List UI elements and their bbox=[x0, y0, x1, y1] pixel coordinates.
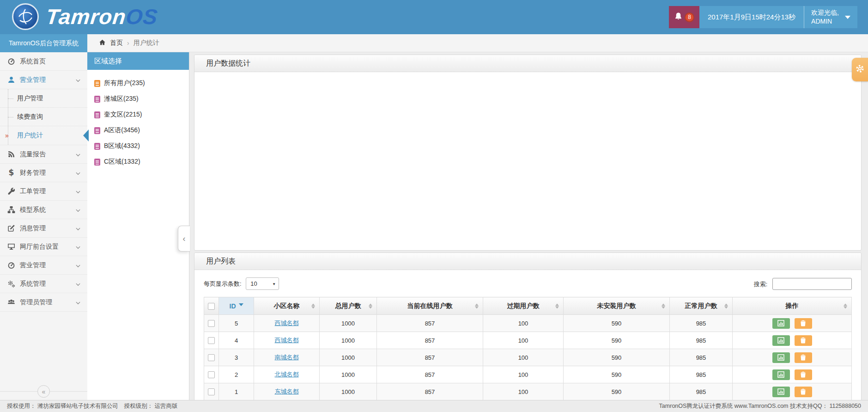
row-checkbox[interactable] bbox=[208, 388, 215, 395]
list-icon bbox=[94, 111, 100, 118]
bell-icon bbox=[674, 12, 683, 23]
row-checkbox[interactable] bbox=[208, 320, 215, 327]
region-collapse-button[interactable]: ‹ bbox=[178, 226, 190, 252]
row-checkbox[interactable] bbox=[208, 354, 215, 361]
sidebar-item[interactable]: 模型系统 bbox=[0, 201, 87, 219]
row-checkbox[interactable] bbox=[208, 337, 215, 344]
region-item-label: B区域(4332) bbox=[104, 142, 140, 150]
cell-actions bbox=[733, 349, 852, 366]
settings-tab-button[interactable] bbox=[852, 58, 868, 81]
delete-button[interactable] bbox=[795, 335, 812, 346]
cell-expired: 100 bbox=[483, 349, 564, 366]
chart-area bbox=[194, 72, 861, 250]
region-item[interactable]: 所有用户(235) bbox=[87, 75, 189, 91]
search-input[interactable] bbox=[772, 278, 852, 290]
column-header[interactable]: 当前在线用户数 bbox=[377, 297, 483, 315]
chevron-down-icon bbox=[75, 281, 81, 287]
dashboard-icon bbox=[6, 57, 16, 66]
chart-button[interactable] bbox=[772, 352, 790, 363]
delete-button[interactable] bbox=[795, 318, 812, 329]
bar-chart-icon bbox=[777, 354, 784, 361]
community-link[interactable]: 东城名都 bbox=[275, 388, 299, 395]
page-size-select[interactable]: 10 bbox=[246, 277, 279, 290]
sidebar-subitem-label: 续费查询 bbox=[17, 113, 43, 121]
row-checkbox[interactable] bbox=[208, 371, 215, 378]
sidebar-item[interactable]: 工单管理 bbox=[0, 182, 87, 201]
welcome-text: 欢迎光临, bbox=[811, 8, 839, 17]
column-header[interactable]: ID bbox=[219, 297, 254, 315]
page-size-label: 每页显示条数: bbox=[204, 280, 242, 287]
chevron-down-icon bbox=[75, 263, 81, 268]
cell-total: 1000 bbox=[320, 366, 377, 383]
chevron-down-icon bbox=[75, 244, 81, 250]
delete-button[interactable] bbox=[795, 387, 812, 397]
chart-button[interactable] bbox=[772, 387, 790, 397]
cell-id: 2 bbox=[219, 366, 254, 383]
sidebar-collapse-button[interactable]: « bbox=[37, 385, 50, 398]
region-item-label: 所有用户(235) bbox=[104, 79, 145, 87]
sidebar-subitem[interactable]: »用户统计 bbox=[0, 126, 87, 145]
cell-name: 北城名都 bbox=[254, 366, 320, 383]
cell-name: 东城名都 bbox=[254, 383, 320, 400]
sidebar-item[interactable]: $财务管理 bbox=[0, 164, 87, 182]
region-item[interactable]: B区域(4332) bbox=[87, 138, 189, 154]
breadcrumb-current: 用户统计 bbox=[134, 39, 159, 47]
chevron-down-icon bbox=[75, 226, 81, 231]
list-icon bbox=[94, 96, 100, 103]
trash-icon bbox=[800, 388, 806, 395]
user-menu[interactable]: 欢迎光临, ADMIN bbox=[804, 6, 857, 28]
delete-button[interactable] bbox=[795, 352, 812, 363]
region-item[interactable]: 潍城区(235) bbox=[87, 91, 189, 107]
users-icon bbox=[6, 298, 16, 307]
column-header[interactable]: 未安装用户数 bbox=[564, 297, 670, 315]
sidebar-item[interactable]: 系统管理 bbox=[0, 275, 87, 293]
logo-text: TamronOS bbox=[45, 3, 159, 30]
chevron-down-icon bbox=[75, 189, 81, 194]
region-item-label: C区域(1332) bbox=[104, 158, 140, 166]
table-row: 4西城名都1000857100590985 bbox=[204, 332, 852, 349]
sidebar-item[interactable]: 营业管理 bbox=[0, 256, 87, 275]
cell-total: 1000 bbox=[320, 315, 377, 332]
chart-button[interactable] bbox=[772, 369, 790, 380]
list-icon bbox=[94, 159, 100, 166]
community-link[interactable]: 北城名都 bbox=[275, 371, 299, 378]
column-header[interactable]: 操作 bbox=[733, 297, 852, 315]
breadcrumb-home[interactable]: 首页 bbox=[110, 39, 123, 47]
region-item[interactable]: C区域(1332) bbox=[87, 154, 189, 170]
sidebar-subitem[interactable]: »用户管理 bbox=[0, 89, 87, 108]
column-header[interactable]: 正常用户数 bbox=[670, 297, 733, 315]
sidebar-subitem[interactable]: »续费查询 bbox=[0, 108, 87, 126]
chart-button[interactable] bbox=[772, 318, 790, 329]
community-link[interactable]: 西城名都 bbox=[275, 337, 299, 344]
app-title: TamronOS后台管理系统 bbox=[0, 34, 87, 52]
sidebar-item[interactable]: 营业管理 bbox=[0, 71, 87, 89]
region-item[interactable]: A区语(3456) bbox=[87, 123, 189, 138]
sidebar-item[interactable]: 网厅前台设置 bbox=[0, 238, 87, 256]
cell-actions bbox=[733, 332, 852, 349]
sort-desc-icon bbox=[239, 303, 243, 306]
chevron-down-icon bbox=[75, 77, 81, 83]
notifications-button[interactable]: 8 bbox=[669, 6, 699, 28]
delete-button[interactable] bbox=[795, 369, 812, 380]
column-header[interactable]: 过期用户数 bbox=[483, 297, 564, 315]
select-all-checkbox[interactable] bbox=[208, 303, 215, 310]
cell-total: 1000 bbox=[320, 332, 377, 349]
region-item[interactable]: 奎文区(2215) bbox=[87, 107, 189, 123]
chart-button[interactable] bbox=[772, 335, 790, 346]
community-link[interactable]: 南城名都 bbox=[275, 354, 299, 361]
cell-normal: 985 bbox=[670, 366, 733, 383]
sidebar-item[interactable]: 管理员管理 bbox=[0, 293, 87, 312]
logo: TamronOS bbox=[12, 3, 158, 30]
column-header[interactable]: 总用户数 bbox=[320, 297, 377, 315]
sidebar-item[interactable]: 流量报告 bbox=[0, 145, 87, 164]
cell-actions bbox=[733, 383, 852, 400]
community-link[interactable]: 西城名都 bbox=[275, 320, 299, 326]
sidebar-item[interactable]: 系统首页 bbox=[0, 52, 87, 71]
region-item-label: 奎文区(2215) bbox=[104, 111, 142, 119]
column-header[interactable]: 小区名称 bbox=[254, 297, 320, 315]
cell-online: 857 bbox=[377, 315, 483, 332]
sidebar-item[interactable]: 消息管理 bbox=[0, 219, 87, 238]
breadcrumb: 首页 › 用户统计 bbox=[87, 34, 868, 52]
search-control: 搜索: bbox=[754, 278, 852, 290]
cell-uninstalled: 590 bbox=[564, 383, 670, 400]
